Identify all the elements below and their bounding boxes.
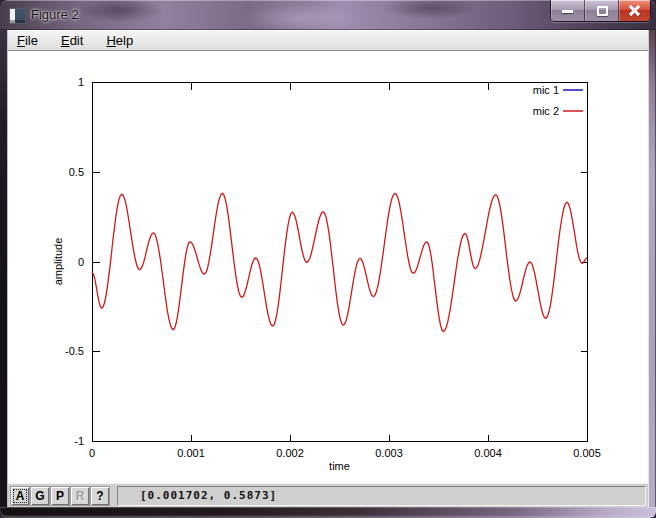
x-axis-label: time (329, 460, 350, 472)
legend: mic 1mic 2 (533, 84, 583, 117)
close-icon (628, 4, 641, 17)
minimize-icon (562, 10, 573, 13)
y-tick-label: -0.5 (65, 345, 84, 357)
titlebar[interactable]: Figure 2 (0, 0, 656, 30)
axis-tick-labels: 00.0010.0020.0030.0040.00510.50-0.5-1tim… (52, 76, 601, 472)
menu-edit[interactable]: Edit (54, 32, 90, 49)
window-title: Figure 2 (31, 7, 79, 22)
axes (93, 83, 588, 442)
window-border-left (0, 30, 8, 507)
y-tick-label: 0 (78, 256, 84, 268)
toolbar-button-autoscale[interactable]: A (11, 487, 29, 505)
toolbar-button-help[interactable]: ? (91, 487, 109, 505)
menubar: File Edit Help (8, 30, 648, 51)
bottom-toolbar: A G P R ? [0.001702, 0.5873] (8, 483, 648, 507)
window-border-right (648, 30, 656, 507)
figure-window: Figure 2 File Edit Help 00.0010.0020.003… (0, 0, 656, 518)
y-tick-label: 1 (78, 76, 84, 88)
x-tick-label: 0.002 (276, 447, 304, 459)
toolbar-button-grid[interactable]: G (31, 487, 49, 505)
toolbar-button-rotate[interactable]: R (71, 487, 89, 505)
close-button[interactable] (619, 0, 650, 21)
menu-file[interactable]: File (10, 32, 45, 49)
window-content: File Edit Help 00.0010.0020.0030.0040.00… (8, 30, 648, 507)
x-tick-label: 0.001 (177, 447, 205, 459)
legend-label: mic 2 (533, 105, 559, 117)
cursor-coordinates-readout: [0.001702, 0.5873] (117, 486, 646, 506)
y-axis-label: amplitude (52, 238, 64, 286)
y-tick-label: -1 (74, 435, 84, 447)
menu-help[interactable]: Help (99, 32, 140, 49)
window-border-bottom (0, 507, 656, 518)
legend-label: mic 1 (533, 84, 559, 96)
waveform-plot[interactable]: 00.0010.0020.0030.0040.00510.50-0.5-1tim… (8, 51, 648, 483)
caption-button-group (550, 0, 651, 22)
plot-frame (93, 83, 588, 442)
x-tick-label: 0.005 (573, 447, 601, 459)
toolbar-button-pan[interactable]: P (51, 487, 69, 505)
x-tick-label: 0.004 (474, 447, 502, 459)
plot-canvas[interactable]: 00.0010.0020.0030.0040.00510.50-0.5-1tim… (8, 51, 648, 483)
figure-app-icon (9, 8, 26, 24)
x-tick-label: 0 (89, 447, 95, 459)
series-mic-2 (92, 193, 587, 331)
minimize-button[interactable] (551, 0, 585, 21)
y-tick-label: 0.5 (69, 166, 84, 178)
maximize-button[interactable] (585, 0, 619, 21)
maximize-icon (597, 6, 608, 16)
x-tick-label: 0.003 (375, 447, 403, 459)
